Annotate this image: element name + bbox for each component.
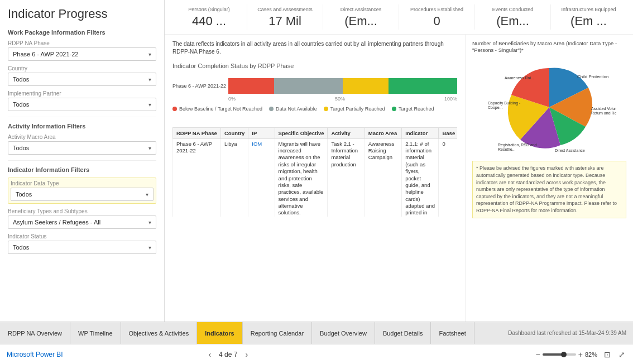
chevron-down-icon: ▾ [148, 102, 151, 108]
pie-label-reg2: Resettle... [498, 147, 516, 151]
beneficiary-types-select[interactable]: Asylum Seekers / Refugees - All ▾ [8, 215, 156, 229]
powerbi-link[interactable]: Microsoft Power BI [7, 351, 63, 358]
chart-title: Indicator Completion Status by RDPP Phas… [172, 63, 457, 69]
cell-indicator: 2.1.1: # of information material (such a… [402, 138, 439, 217]
stat-infra: Infrastructures Equipped (Em ... [551, 4, 626, 30]
footer-nav: ‹ 4 de 7 › [205, 349, 251, 360]
chevron-down-icon: ▾ [148, 245, 151, 251]
description-text: The data reflects indicators in all acti… [172, 40, 457, 56]
pie-note: * Please be advised the figures marked w… [472, 161, 626, 218]
tab-indicators[interactable]: Indicators [197, 322, 243, 344]
pie-label-avr: Assisted Voluntary [591, 107, 616, 111]
bar-segment-red [228, 78, 274, 94]
work-package-filters-title: Work Package Information Filters [8, 29, 156, 36]
tab-objectives[interactable]: Objectives & Activities [121, 322, 198, 344]
bar-segment-green [389, 78, 457, 94]
indicator-data-type-select[interactable]: Todos ▾ [11, 188, 154, 201]
col-phase: RDPP NA Phase [173, 127, 221, 138]
stats-row: Persons (Singular) 440 ... Cases and Ass… [165, 0, 633, 35]
stat-direct-label: Direct Assistances [328, 7, 394, 13]
rdpp-phase-select[interactable]: Phase 6 - AWP 2021-22 ▾ [8, 47, 156, 61]
bar-chart-row: Phase 6 - AWP 2021-22 [172, 78, 457, 94]
main-content: Persons (Singular) 440 ... Cases and Ass… [165, 0, 633, 322]
zoom-control: − + 82% [536, 350, 597, 359]
country-select[interactable]: Todos ▾ [8, 73, 156, 86]
legend-data-na: Data Not Available [269, 106, 317, 112]
pie-title: Number of Beneficiaries by Macro Area (I… [472, 40, 626, 54]
col-objective: Specific Objective [275, 127, 328, 138]
activity-macro-area-select[interactable]: Todos ▾ [8, 141, 156, 155]
bar-chart-label: Phase 6 - AWP 2021-22 [172, 83, 228, 89]
pie-label-capacity: Capacity Building - [488, 101, 521, 106]
main-container: Indicator Progress Work Package Informat… [0, 0, 633, 364]
legend-reached-label: Target Reached [399, 106, 434, 112]
bar-segment-yellow [343, 78, 389, 94]
bar-segment-gray [274, 78, 343, 94]
indicator-status-select[interactable]: Todos ▾ [8, 241, 156, 254]
indicator-status-filter: Indicator Status Todos ▾ [8, 233, 156, 254]
chevron-down-icon: ▾ [146, 191, 148, 198]
zoom-in-button[interactable]: + [578, 350, 583, 359]
legend-dot-red [172, 107, 177, 111]
col-ip: IP [248, 127, 275, 138]
country-label: Country [8, 65, 156, 71]
page-prev-button[interactable]: ‹ [205, 349, 214, 360]
legend-partial-label: Target Partially Reached [330, 106, 385, 112]
indicator-data-type-filter: Indicator Data Type Todos ▾ [8, 178, 156, 204]
stat-cases: Cases and Assessments 17 Mil [247, 4, 323, 30]
col-activity: Activity [328, 127, 365, 138]
fit-screen-button[interactable]: ⊡ [603, 349, 612, 360]
col-macro: Macro Area [365, 127, 401, 138]
activity-macro-area-label: Activity Macro Area [8, 134, 156, 140]
stat-events-value: (Em... [479, 15, 546, 27]
zoom-value: 82% [585, 351, 597, 358]
middle-section: The data reflects indicators in all acti… [165, 35, 633, 322]
legend-partial: Target Partially Reached [324, 106, 385, 112]
pie-label-capacity2: Coope... [488, 106, 503, 110]
implementing-partner-select[interactable]: Todos ▾ [8, 98, 156, 111]
zoom-slider[interactable] [543, 353, 576, 356]
implementing-partner-filter: Implementing Partner Todos ▾ [8, 90, 156, 111]
rdpp-phase-label: RDPP NA Phase [8, 40, 156, 46]
legend-below-baseline: Below Baseline / Target Not Reached [172, 106, 262, 112]
rdpp-phase-filter: RDPP NA Phase Phase 6 - AWP 2021-22 ▾ [8, 40, 156, 61]
chevron-down-icon: ▾ [148, 219, 151, 226]
stat-infra-value: (Em ... [555, 15, 622, 27]
activity-filters-title: Activity Information Filters [8, 123, 156, 130]
page-next-button[interactable]: › [242, 349, 251, 360]
bar-legend: Below Baseline / Target Not Reached Data… [172, 106, 457, 112]
zoom-handle[interactable] [561, 352, 567, 357]
cell-objective: Migrants will have increased awareness o… [275, 138, 328, 217]
axis-50: 50% [335, 96, 345, 102]
indicator-status-label: Indicator Status [8, 233, 156, 240]
tab-rdpp-overview[interactable]: RDPP NA Overview [0, 322, 70, 344]
chevron-down-icon: ▾ [148, 51, 151, 58]
stat-procedures-label: Procedures Established [404, 7, 470, 13]
pie-label-reg: Registration, RSD and [498, 143, 537, 147]
indicator-data-type-label: Indicator Data Type [11, 180, 154, 186]
pie-label-awareness: Awareness Rai... [505, 76, 534, 80]
stat-direct: Direct Assistances (Em... [323, 4, 399, 30]
col-base: Base [439, 127, 457, 138]
footer: Microsoft Power BI ‹ 4 de 7 › − + 82% ⊡ … [0, 344, 633, 364]
stat-events-label: Events Conducted [479, 7, 546, 13]
legend-dot-green [392, 107, 396, 111]
zoom-out-button[interactable]: − [536, 350, 540, 359]
country-filter: Country Todos ▾ [8, 65, 156, 86]
beneficiary-types-label: Beneficiary Types and Subtypes [8, 208, 156, 214]
bar-axis: 0% 50% 100% [228, 96, 457, 102]
col-indicator: Indicator [402, 127, 439, 138]
tab-budget-overview[interactable]: Budget Overview [312, 322, 375, 344]
activity-macro-area-filter: Activity Macro Area Todos ▾ [8, 134, 156, 155]
stat-direct-value: (Em... [328, 15, 394, 27]
tab-wp-timeline[interactable]: WP Timeline [70, 322, 121, 344]
content-area: Indicator Progress Work Package Informat… [0, 0, 633, 322]
stat-infra-label: Infrastructures Equipped [555, 7, 622, 13]
col-country: Country [220, 127, 248, 138]
tab-reporting-calendar[interactable]: Reporting Calendar [243, 322, 312, 344]
tab-factsheet[interactable]: Factsheet [431, 322, 474, 344]
fullscreen-button[interactable]: ⤢ [617, 349, 626, 360]
tab-budget-details[interactable]: Budget Details [375, 322, 431, 344]
page-title: Indicator Progress [8, 7, 156, 21]
footer-right: − + 82% ⊡ ⤢ [536, 349, 626, 360]
